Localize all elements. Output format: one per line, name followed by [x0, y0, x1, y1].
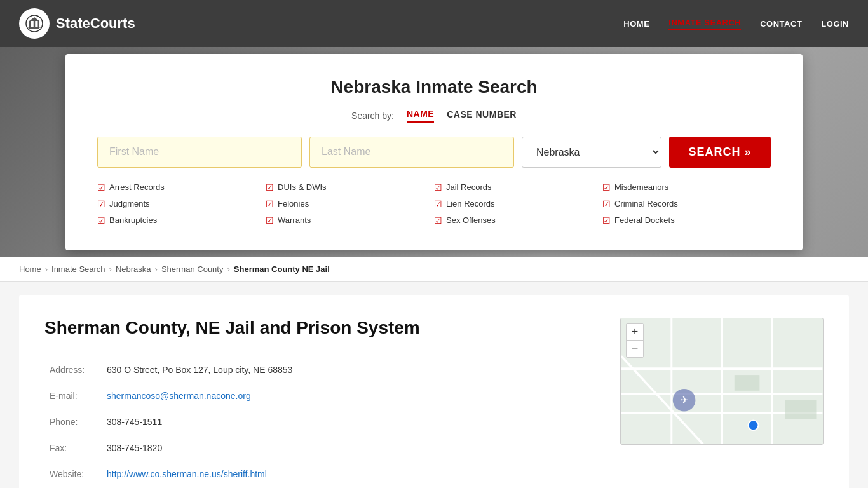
- svg-rect-20: [785, 400, 817, 419]
- info-label: Phone:: [44, 409, 102, 435]
- map-svg: ✈: [621, 318, 823, 444]
- info-value[interactable]: shermancoso@sherman.nacone.org: [102, 383, 601, 409]
- check-icon: ☑: [434, 182, 442, 193]
- checkbox-item: ☑Jail Records: [434, 180, 602, 194]
- checkbox-item: ☑Warrants: [266, 214, 434, 227]
- search-by-label: Search by:: [351, 111, 394, 121]
- checkbox-item: ☑Federal Dockets: [602, 214, 771, 227]
- svg-rect-6: [34, 21, 36, 27]
- breadcrumb-separator: ›: [109, 264, 112, 274]
- checkbox-label: Misdemeanors: [614, 182, 668, 192]
- checkbox-label: Bankruptcies: [109, 215, 157, 225]
- svg-rect-2: [28, 27, 41, 28]
- hero-section: COURTHOUSE Nebraska Inmate Search Search…: [0, 47, 868, 257]
- search-button[interactable]: SEARCH »: [669, 137, 771, 168]
- breadcrumb-link[interactable]: Inmate Search: [51, 264, 105, 274]
- breadcrumb-separator: ›: [45, 264, 48, 274]
- checkbox-item: ☑DUIs & DWIs: [266, 180, 434, 194]
- header: StateCourts HOME INMATE SEARCH CONTACT L…: [0, 0, 868, 47]
- check-icon: ☑: [602, 182, 611, 193]
- logo-icon: [19, 8, 50, 39]
- nav-contact[interactable]: CONTACT: [760, 19, 802, 29]
- checkboxes-grid: ☑Arrest Records☑DUIs & DWIs☑Jail Records…: [97, 180, 771, 227]
- check-icon: ☑: [266, 199, 274, 209]
- svg-rect-7: [38, 21, 40, 27]
- nav-home[interactable]: HOME: [623, 19, 649, 29]
- svg-point-18: [749, 420, 759, 430]
- info-value: 308-745-1820: [102, 435, 601, 461]
- checkbox-label: Felonies: [278, 199, 309, 208]
- svg-rect-19: [735, 375, 760, 391]
- info-row: Fax:308-745-1820: [44, 435, 601, 461]
- breadcrumb-separator: ›: [227, 264, 229, 274]
- check-icon: ☑: [97, 182, 105, 193]
- check-icon: ☑: [434, 215, 442, 226]
- checkbox-label: Arrest Records: [109, 182, 165, 192]
- info-label: Website:: [44, 461, 102, 487]
- breadcrumb-link[interactable]: Nebraska: [116, 264, 151, 274]
- info-row: Phone:308-745-1511: [44, 409, 601, 435]
- check-icon: ☑: [602, 199, 611, 209]
- info-row: E-mail:shermancoso@sherman.nacone.org: [44, 383, 601, 409]
- checkbox-item: ☑Sex Offenses: [434, 214, 602, 227]
- logo-text: StateCourts: [56, 15, 135, 32]
- checkbox-label: Criminal Records: [614, 199, 678, 208]
- map-container: + − ✈: [620, 318, 824, 445]
- jail-title: Sherman County, NE Jail and Prison Syste…: [44, 318, 601, 338]
- search-by-row: Search by: NAME CASE NUMBER: [97, 109, 771, 123]
- info-label: E-mail:: [44, 383, 102, 409]
- info-link[interactable]: http://www.co.sherman.ne.us/sheriff.html: [107, 469, 267, 479]
- state-select[interactable]: AlabamaAlaskaArizonaArkansasCaliforniaCo…: [522, 137, 661, 168]
- search-title: Nebraska Inmate Search: [97, 77, 771, 97]
- nav-login[interactable]: LOGIN: [821, 19, 849, 29]
- search-inputs-row: AlabamaAlaskaArizonaArkansasCaliforniaCo…: [97, 137, 771, 168]
- checkbox-label: DUIs & DWIs: [278, 182, 327, 192]
- check-icon: ☑: [97, 215, 105, 226]
- tab-case-number[interactable]: CASE NUMBER: [447, 109, 517, 122]
- checkbox-item: ☑Misdemeanors: [602, 180, 771, 194]
- checkbox-item: ☑Judgments: [97, 197, 266, 211]
- content-card: Sherman County, NE Jail and Prison Syste…: [19, 295, 849, 488]
- tab-name[interactable]: NAME: [407, 109, 434, 123]
- checkbox-label: Warrants: [278, 215, 311, 225]
- map-controls: + −: [626, 323, 644, 358]
- check-icon: ☑: [602, 215, 611, 226]
- map-zoom-in[interactable]: +: [627, 324, 643, 341]
- content-right: + − ✈: [620, 318, 824, 487]
- svg-rect-5: [29, 21, 31, 27]
- checkbox-label: Jail Records: [446, 182, 492, 192]
- checkbox-label: Federal Dockets: [614, 215, 675, 225]
- info-label: Fax:: [44, 435, 102, 461]
- checkbox-item: ☑Felonies: [266, 197, 434, 211]
- check-icon: ☑: [97, 199, 105, 209]
- breadcrumb: Home›Inmate Search›Nebraska›Sherman Coun…: [0, 257, 868, 282]
- checkbox-item: ☑Lien Records: [434, 197, 602, 211]
- map-zoom-out[interactable]: −: [627, 341, 643, 357]
- content-left: Sherman County, NE Jail and Prison Syste…: [44, 318, 601, 487]
- checkbox-label: Judgments: [109, 199, 150, 208]
- breadcrumb-link[interactable]: Sherman County: [161, 264, 224, 274]
- logo[interactable]: StateCourts: [19, 8, 135, 39]
- checkbox-item: ☑Bankruptcies: [97, 214, 266, 227]
- checkbox-label: Lien Records: [446, 199, 495, 208]
- info-value: 308-745-1511: [102, 409, 601, 435]
- last-name-input[interactable]: [309, 137, 514, 168]
- nav-inmate-search[interactable]: INMATE SEARCH: [668, 18, 741, 30]
- info-value: 630 O Street, Po Box 127, Loup city, NE …: [102, 357, 601, 383]
- info-value[interactable]: http://www.co.sherman.ne.us/sheriff.html: [102, 461, 601, 487]
- info-row: Address:630 O Street, Po Box 127, Loup c…: [44, 357, 601, 383]
- check-icon: ☑: [266, 215, 274, 226]
- svg-text:✈: ✈: [680, 395, 688, 405]
- checkbox-item: ☑Arrest Records: [97, 180, 266, 194]
- checkbox-label: Sex Offenses: [446, 215, 496, 225]
- main-content: Sherman County, NE Jail and Prison Syste…: [0, 282, 868, 488]
- info-label: Address:: [44, 357, 102, 383]
- check-icon: ☑: [434, 199, 442, 209]
- info-link[interactable]: shermancoso@sherman.nacone.org: [107, 391, 251, 401]
- breadcrumb-separator: ›: [155, 264, 158, 274]
- jail-info-table: Address:630 O Street, Po Box 127, Loup c…: [44, 357, 601, 487]
- first-name-input[interactable]: [97, 137, 302, 168]
- breadcrumb-link[interactable]: Home: [19, 264, 41, 274]
- breadcrumb-current: Sherman County NE Jail: [234, 264, 330, 274]
- check-icon: ☑: [266, 182, 274, 193]
